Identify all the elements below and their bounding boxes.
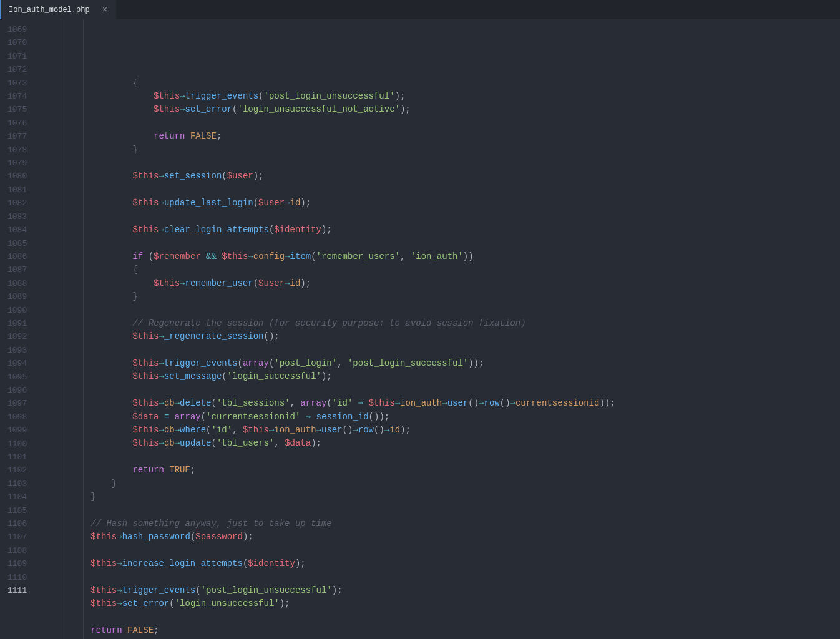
line-number: 1110 [7, 571, 27, 584]
code-line [38, 303, 840, 316]
line-number: 1071 [7, 50, 27, 63]
code-line: { [38, 77, 840, 90]
line-number: 1109 [7, 557, 27, 570]
line-number: 1098 [7, 411, 27, 424]
line-number: 1095 [7, 371, 27, 384]
line-number: 1069 [7, 23, 27, 36]
code-line [38, 210, 840, 223]
tab-filename: Ion_auth_model.php [9, 6, 90, 14]
code-line: $this→trigger_events(array('post_login',… [38, 357, 840, 370]
tab-bar: Ion_auth_model.php × [0, 0, 840, 19]
line-number: 1093 [7, 344, 27, 357]
code-line: $data = array('currentsessionid' ⇒ sessi… [38, 411, 840, 424]
code-line [38, 504, 840, 517]
line-number: 1079 [7, 157, 27, 170]
code-line: { [38, 263, 840, 276]
line-number: 1085 [7, 237, 27, 250]
code-line: if ($remember && $this→config→item('reme… [38, 250, 840, 263]
code-area[interactable]: { $this→trigger_events('post_login_unsuc… [38, 19, 840, 639]
line-number: 1099 [7, 424, 27, 437]
code-line [38, 451, 840, 464]
line-number: 1077 [7, 130, 27, 143]
line-number: 1075 [7, 103, 27, 116]
line-number: 1092 [7, 330, 27, 343]
line-number: 1076 [7, 117, 27, 130]
line-number: 1096 [7, 384, 27, 397]
close-icon[interactable]: × [100, 5, 110, 15]
line-number: 1108 [7, 544, 27, 557]
line-number: 1101 [7, 451, 27, 464]
code-line: $this→_regenerate_session(); [38, 330, 840, 343]
code-line: return TRUE; [38, 464, 840, 477]
code-line: $this→trigger_events('post_login_unsucce… [38, 90, 840, 103]
line-number: 1078 [7, 144, 27, 157]
file-tab[interactable]: Ion_auth_model.php × [0, 0, 116, 19]
line-number: 1105 [7, 504, 27, 517]
code-line: $this→db→delete('tbl_sessions', array('i… [38, 397, 840, 410]
line-number: 1084 [7, 223, 27, 237]
code-line: $this→trigger_events('post_login_unsucce… [38, 584, 840, 597]
line-number: 1087 [7, 263, 27, 276]
code-line: } [38, 490, 840, 504]
code-line [38, 237, 840, 250]
line-number: 1103 [7, 477, 27, 490]
line-number: 1094 [7, 357, 27, 370]
code-line: // Hash something anyway, just to take u… [38, 517, 840, 530]
line-number: 1086 [7, 250, 27, 263]
code-line: $this→db→where('id', $this→ion_auth→user… [38, 424, 840, 437]
line-number: 1090 [7, 304, 27, 317]
code-line [38, 570, 840, 583]
code-line: return FALSE; [38, 130, 840, 143]
line-number: 1111 [7, 584, 27, 597]
line-number: 1081 [7, 183, 27, 197]
code-line: $this→increase_login_attempts($identity)… [38, 557, 840, 570]
code-line [38, 544, 840, 557]
code-line: $this→set_session($user); [38, 170, 840, 183]
code-line: } [38, 477, 840, 490]
code-line: $this→remember_user($user→id); [38, 277, 840, 290]
code-line: $this→update_last_login($user→id); [38, 197, 840, 210]
editor: 1069107010711072107310741075107610771078… [0, 19, 840, 639]
code-line [38, 117, 840, 130]
line-number: 1083 [7, 210, 27, 223]
code-line: // Regenerate the session (for security … [38, 317, 840, 330]
line-number: 1082 [7, 197, 27, 210]
code-line [38, 344, 840, 357]
line-number: 1091 [7, 317, 27, 330]
code-line [38, 384, 840, 397]
line-number: 1089 [7, 290, 27, 303]
code-line [38, 611, 840, 624]
line-number: 1074 [7, 90, 27, 103]
code-line: $this→db→update('tbl_users', $data); [38, 437, 840, 450]
code-line: } [38, 290, 840, 303]
code-line: $this→hash_password($password); [38, 530, 840, 544]
code-line: $this→set_error('login_unsuccessful'); [38, 597, 840, 610]
line-number: 1070 [7, 36, 27, 49]
line-number: 1102 [7, 464, 27, 477]
code-line: } [38, 144, 840, 157]
line-number: 1106 [7, 517, 27, 530]
code-line: $this→clear_login_attempts($identity); [38, 223, 840, 237]
code-line [38, 157, 840, 170]
line-number: 1097 [7, 397, 27, 410]
line-number: 1100 [7, 437, 27, 451]
line-number: 1104 [7, 490, 27, 504]
line-number: 1088 [7, 277, 27, 290]
code-line: $this→set_message('login_successful'); [38, 370, 840, 383]
line-number: 1072 [7, 63, 27, 76]
line-number: 1107 [7, 530, 27, 544]
code-line [38, 183, 840, 197]
code-line: $this→set_error('login_unsuccessful_not_… [38, 103, 840, 116]
line-number: 1080 [7, 170, 27, 183]
code-line: return FALSE; [38, 624, 840, 637]
line-number: 1073 [7, 77, 27, 90]
gutter: 1069107010711072107310741075107610771078… [0, 19, 38, 639]
